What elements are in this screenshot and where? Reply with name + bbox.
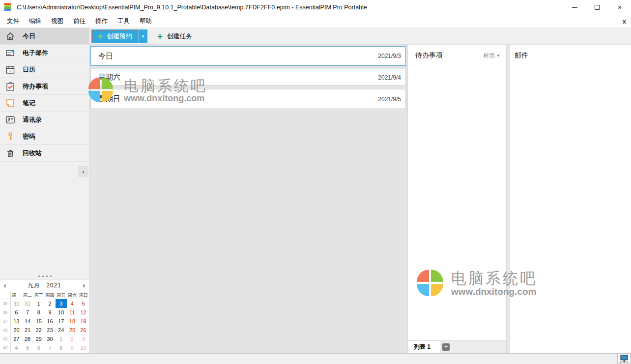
new-task-button[interactable]: + 创建任务	[152, 29, 197, 43]
today-row-saturday[interactable]: 星期六 2021/9/4	[90, 69, 406, 86]
calendar-day[interactable]: 1	[56, 335, 67, 343]
sidebar-item-notes[interactable]: 笔记	[0, 95, 89, 112]
sidebar-item-label: 通讯录	[23, 115, 42, 124]
calendar-prev-button[interactable]: ‹	[4, 281, 12, 289]
calendar-day[interactable]: 31	[22, 299, 33, 308]
sidebar-item-today[interactable]: 今日	[0, 28, 89, 45]
calendar-day[interactable]: 9	[44, 308, 56, 317]
menu-tools[interactable]: 工具	[113, 17, 135, 26]
calendar-day[interactable]: 18	[67, 317, 78, 326]
calendar-day[interactable]: 5	[78, 299, 89, 308]
calendar-day[interactable]: 29	[33, 335, 44, 343]
calendar-day[interactable]: 4	[67, 299, 78, 308]
sidebar-item-passwords[interactable]: 密码	[0, 128, 89, 145]
calendar-day[interactable]: 3	[56, 299, 67, 308]
sidebar-item-email[interactable]: 电子邮件	[0, 45, 89, 61]
today-row-label: 星期日	[91, 94, 120, 104]
todo-panel: 待办事项 树形 ▾ 列表 1 +	[408, 45, 506, 353]
new-task-label: 创建任务	[167, 32, 192, 41]
menu-help[interactable]: 帮助	[135, 17, 157, 26]
calendar-day[interactable]: 17	[56, 317, 67, 326]
menubar-close-button[interactable]: x	[623, 18, 626, 25]
todo-tab-list1[interactable]: 列表 1	[408, 341, 440, 353]
calendar-week-number: 35	[0, 299, 11, 308]
calendar-month-year[interactable]: 九月2021	[12, 281, 77, 290]
calendar-day[interactable]: 5	[22, 343, 33, 352]
calendar-day[interactable]: 12	[78, 308, 89, 317]
calendar-day[interactable]: 13	[11, 317, 22, 326]
maximize-button[interactable]	[586, 0, 608, 15]
menu-go[interactable]: 前往	[68, 17, 90, 26]
sidebar-item-label: 回收站	[23, 149, 42, 158]
calendar-year: 2021	[46, 282, 61, 289]
sidebar-item-label: 待办事项	[23, 82, 48, 91]
add-list-button[interactable]: +	[442, 343, 450, 351]
minimize-button[interactable]	[563, 0, 586, 15]
calendar-day[interactable]: 15	[33, 317, 44, 326]
maximize-icon	[595, 5, 600, 10]
calendar-day[interactable]: 28	[22, 335, 33, 343]
today-row-date: 2021/9/3	[378, 53, 405, 59]
calendar-weeknum-header	[0, 291, 11, 299]
calendar-next-button[interactable]: ›	[77, 281, 85, 289]
todo-panel-title: 待办事项	[415, 51, 443, 60]
menu-edit[interactable]: 编辑	[24, 17, 46, 26]
calendar-day[interactable]: 4	[11, 343, 22, 352]
new-appointment-button[interactable]: + 创建预约	[91, 29, 138, 43]
calendar-day-header: 周二	[22, 291, 33, 299]
calendar-week-number: 40	[0, 343, 11, 352]
calendar-day[interactable]: 2	[67, 335, 78, 343]
key-icon	[5, 132, 15, 141]
calendar-day[interactable]: 24	[56, 326, 67, 335]
calendar-day[interactable]: 21	[22, 326, 33, 335]
calendar-day[interactable]: 7	[44, 343, 56, 352]
network-status-button[interactable]	[617, 354, 631, 364]
sidebar-item-label: 密码	[23, 132, 35, 141]
calendar-day[interactable]: 6	[33, 343, 44, 352]
sidebar-item-todo[interactable]: 待办事项	[0, 78, 89, 95]
calendar-day[interactable]: 3	[78, 335, 89, 343]
calendar-day[interactable]: 16	[44, 317, 56, 326]
calendar-day[interactable]: 30	[44, 335, 56, 343]
calendar-day[interactable]: 9	[67, 343, 78, 352]
calendar-day[interactable]: 30	[11, 299, 22, 308]
calendar-day[interactable]: 10	[78, 343, 89, 352]
calendar-splitter-handle[interactable]	[0, 274, 89, 278]
calendar-day[interactable]: 8	[56, 343, 67, 352]
calendar-day[interactable]: 20	[11, 326, 22, 335]
calendar-day[interactable]: 8	[33, 308, 44, 317]
calendar-day[interactable]: 27	[11, 335, 22, 343]
calendar-day[interactable]: 19	[78, 317, 89, 326]
today-row-date: 2021/9/5	[378, 96, 405, 103]
close-button[interactable]: ×	[608, 0, 631, 15]
new-appointment-dropdown-button[interactable]: ▾	[138, 29, 147, 43]
calendar-day[interactable]: 10	[56, 308, 67, 317]
window-title: C:\Users\Administrator\Desktop\Essential…	[17, 4, 367, 11]
todo-icon	[5, 82, 15, 91]
today-row-today[interactable]: 今日 2021/9/3	[90, 46, 406, 66]
calendar-day[interactable]: 22	[33, 326, 44, 335]
calendar-day[interactable]: 23	[44, 326, 56, 335]
menu-file[interactable]: 文件	[2, 17, 24, 26]
sidebar-collapse-button[interactable]: ‹	[78, 166, 88, 177]
todo-view-mode-dropdown[interactable]: 树形 ▾	[483, 52, 499, 60]
sidebar-item-trash[interactable]: 回收站	[0, 145, 89, 162]
panel-splitter[interactable]	[506, 45, 510, 353]
sidebar-item-contacts[interactable]: 通讯录	[0, 112, 89, 128]
menu-actions[interactable]: 操作	[90, 17, 113, 26]
calendar-day[interactable]: 7	[22, 308, 33, 317]
essentialpim-window: C:\Users\Administrator\Desktop\Essential…	[0, 0, 631, 364]
calendar-day[interactable]: 1	[33, 299, 44, 308]
today-row-sunday[interactable]: 星期日 2021/9/5	[90, 89, 406, 109]
calendar-day[interactable]: 6	[11, 308, 22, 317]
calendar-day[interactable]: 25	[67, 326, 78, 335]
calendar-day[interactable]: 14	[22, 317, 33, 326]
sidebar-item-calendar[interactable]: 3 日历	[0, 61, 89, 78]
calendar-day[interactable]: 26	[78, 326, 89, 335]
new-appointment-split-button: + 创建预约 ▾	[91, 29, 147, 43]
menu-view[interactable]: 视图	[46, 17, 68, 26]
calendar-day[interactable]: 2	[44, 299, 56, 308]
home-icon	[5, 31, 15, 41]
calendar-day-header: 周六	[67, 291, 78, 299]
calendar-day[interactable]: 11	[67, 308, 78, 317]
